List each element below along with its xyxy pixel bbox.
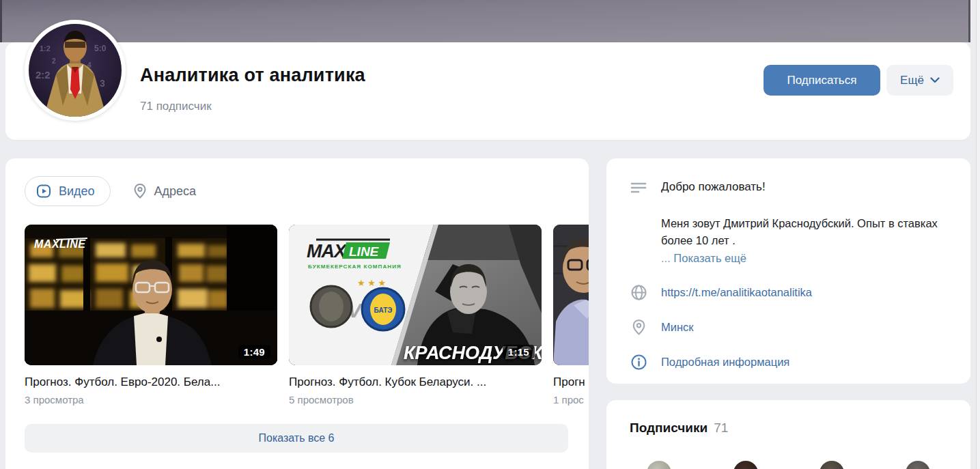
subscriber-avatar[interactable] — [820, 461, 844, 469]
chevron-down-icon — [930, 77, 940, 83]
avatar-digit: 2:2 — [36, 69, 51, 81]
subscribers-count-label[interactable]: 71 подписчик — [140, 100, 212, 113]
website-row: https://t.me/analitikaotanalitika — [630, 283, 951, 301]
tab-addresses-label: Адреса — [154, 184, 197, 199]
profile-header-card: 2:2 5:0 3 1:2 2 4 — [5, 42, 970, 140]
bate-stars: ★ ★ ★ — [357, 278, 386, 288]
avatar-digit: 5:0 — [94, 44, 107, 53]
avatar[interactable]: 2:2 5:0 3 1:2 2 4 — [25, 20, 126, 121]
more-button[interactable]: Ещё — [886, 65, 953, 96]
truncation-ellipsis: ... — [661, 252, 671, 264]
video-views: 5 просмотров — [289, 394, 542, 406]
maxline-logo-max: MAX — [307, 241, 348, 261]
subscribe-button[interactable]: Подписаться — [764, 65, 880, 96]
map-pin-icon — [132, 183, 148, 199]
maxline-logo-line: LINE — [349, 244, 380, 259]
video-duration-badge: 1:49 — [238, 345, 270, 359]
about-text: Меня зовут Дмитрий Краснодубский. Опыт в… — [661, 217, 938, 246]
more-button-label: Ещё — [900, 74, 924, 87]
detailed-info-link[interactable]: Подробная информация — [661, 356, 789, 369]
city-link[interactable]: Минск — [661, 321, 694, 334]
info-circle-icon — [630, 353, 647, 371]
telegram-link[interactable]: https://t.me/analitikaotanalitika — [661, 286, 812, 299]
globe-icon — [630, 283, 647, 301]
video-item[interactable]: MAX LINE БУКМЕКЕРСКАЯ КОМПАНИЯ VS ★ ★ ★ … — [289, 225, 542, 406]
subscriber-avatar[interactable] — [733, 461, 758, 469]
bookmaker-subtitle: БУКМЕКЕРСКАЯ КОМПАНИЯ — [308, 264, 402, 270]
video-views: 1 прос — [553, 394, 589, 406]
content-tabs: Видео Адреса — [5, 158, 589, 206]
community-info-card: Добро пожаловать! Меня зовут Дмитрий Кра… — [606, 158, 970, 384]
show-more-link[interactable]: Показать ещё — [673, 252, 746, 264]
video-item[interactable]: Прогн 1 прос — [553, 225, 589, 406]
video-item[interactable]: MAXLINE 1:49 Прогноз. Футбол. Евро-2020.… — [25, 225, 277, 406]
subscribers-count: 71 — [714, 421, 728, 436]
video-thumbnail[interactable]: MAXLINE 1:49 — [25, 225, 277, 365]
city-row: Минск — [630, 318, 951, 336]
video-thumbnail[interactable] — [553, 225, 589, 365]
tab-video[interactable]: Видео — [25, 176, 111, 206]
video-title[interactable]: Прогноз. Футбол. Евро-2020. Бела... — [25, 375, 277, 389]
details-row: Подробная информация — [630, 353, 951, 371]
video-duration-badge: 1:15 — [503, 345, 535, 359]
vk-community-page: 2:2 5:0 3 1:2 2 4 — [0, 0, 980, 469]
video-list: MAXLINE 1:49 Прогноз. Футбол. Евро-2020.… — [5, 206, 589, 406]
description-icon — [630, 179, 647, 197]
page-title: Аналитика от аналитика — [140, 65, 365, 86]
video-play-icon — [36, 183, 52, 199]
video-title[interactable]: Прогн — [553, 375, 589, 389]
subscribers-title[interactable]: Подписчики — [630, 421, 708, 436]
avatar-digit: 2 — [52, 57, 56, 65]
subscribers-card: Подписчики 71 — [606, 400, 970, 469]
avatar-image: 2:2 5:0 3 1:2 2 4 — [29, 24, 122, 117]
cover-right-edge — [968, 0, 970, 42]
video-title[interactable]: Прогноз. Футбол. Кубок Беларуси. ... — [289, 375, 542, 389]
cover-image — [0, 0, 970, 42]
cover-left-edge — [0, 0, 2, 42]
video-thumbnail[interactable]: MAX LINE БУКМЕКЕРСКАЯ КОМПАНИЯ VS ★ ★ ★ … — [289, 225, 542, 365]
location-pin-icon — [630, 318, 647, 336]
video-views: 3 просмотра — [25, 394, 277, 406]
avatar-digit: 3 — [100, 78, 105, 89]
show-all-videos-button[interactable]: Показать все 6 — [25, 424, 568, 453]
tab-addresses[interactable]: Адреса — [132, 183, 197, 199]
avatar-digit: 1:2 — [40, 44, 51, 53]
bate-crest-text: БАТЭ — [374, 307, 393, 314]
subscriber-avatar[interactable] — [647, 461, 671, 469]
scrollbar[interactable] — [976, 0, 980, 469]
subscriber-avatar[interactable] — [906, 461, 930, 469]
tab-video-label: Видео — [59, 184, 95, 199]
about-text-block: Меня зовут Дмитрий Краснодубский. Опыт в… — [661, 215, 955, 267]
videos-card: Видео Адреса — [5, 158, 589, 469]
welcome-title: Добро пожаловать! — [661, 179, 766, 194]
